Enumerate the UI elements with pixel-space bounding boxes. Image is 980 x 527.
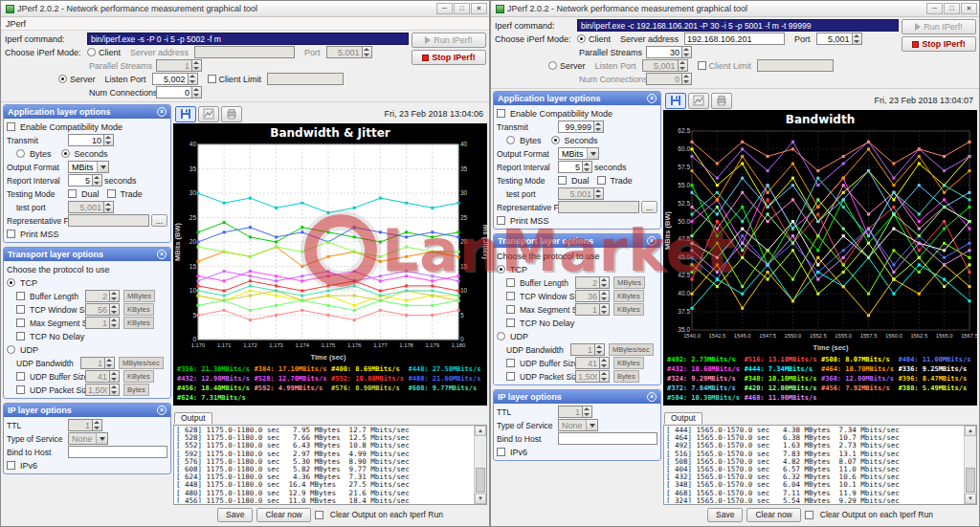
udp-buffer-spinner[interactable] <box>85 370 120 383</box>
chart-settings-button[interactable] <box>688 93 709 109</box>
test-port-spinner[interactable] <box>558 187 604 200</box>
udp-buffer-checkbox[interactable] <box>16 372 25 381</box>
browse-button[interactable]: ... <box>151 214 167 227</box>
test-port-spinner[interactable] <box>68 201 114 213</box>
parallel-streams-spinner[interactable] <box>156 59 202 72</box>
max-segment-spinner[interactable] <box>85 317 120 329</box>
port-spinner[interactable] <box>326 46 372 58</box>
udp-buffer-spinner[interactable] <box>575 357 610 369</box>
ipv6-checkbox[interactable] <box>497 448 505 456</box>
compat-mode-checkbox[interactable] <box>7 122 15 131</box>
dual-checkbox[interactable] <box>68 189 77 198</box>
print-button[interactable] <box>711 93 732 109</box>
tcp-window-spinner[interactable] <box>85 303 120 316</box>
server-radio[interactable] <box>58 75 67 83</box>
collapse-icon[interactable]: × <box>647 392 657 402</box>
scroll-thumb[interactable] <box>476 468 485 493</box>
scroll-up-icon[interactable]: ▲ <box>475 426 486 436</box>
client-limit-checkbox[interactable] <box>698 61 706 70</box>
tcp-window-spinner[interactable] <box>575 290 610 302</box>
stop-iperf-button[interactable]: Stop IPerf! <box>412 50 486 65</box>
representative-file-input[interactable] <box>68 214 149 227</box>
collapse-icon[interactable]: × <box>647 236 657 246</box>
tcp-radio[interactable] <box>7 278 15 287</box>
output-console[interactable]: [ 444] 1565.0-1570.0 sec 4.38 MBytes 7.3… <box>663 425 977 505</box>
server-address-input[interactable] <box>684 33 785 45</box>
seconds-radio[interactable] <box>551 136 560 144</box>
dual-checkbox[interactable] <box>558 176 567 185</box>
representative-file-input[interactable] <box>558 201 639 213</box>
client-limit-input[interactable] <box>267 73 344 85</box>
output-format-select[interactable]: MBits <box>558 147 599 160</box>
udp-bandwidth-spinner[interactable] <box>80 357 115 369</box>
num-connections-spinner[interactable] <box>156 86 202 99</box>
max-segment-checkbox[interactable] <box>16 318 25 327</box>
transmit-spinner[interactable] <box>558 121 604 133</box>
parallel-streams-spinner[interactable] <box>646 46 692 58</box>
udp-packet-spinner[interactable] <box>575 370 610 383</box>
clear-on-run-checkbox[interactable] <box>805 511 813 519</box>
save-image-button[interactable] <box>665 93 686 109</box>
client-limit-input[interactable] <box>757 59 834 72</box>
client-radio[interactable] <box>577 34 586 43</box>
client-limit-checkbox[interactable] <box>208 75 216 83</box>
clear-output-button[interactable]: Clear now <box>746 508 800 522</box>
collapse-icon[interactable]: × <box>647 94 657 103</box>
scrollbar[interactable]: ▲▼ <box>964 426 976 504</box>
server-address-input[interactable] <box>194 46 295 58</box>
tcp-no-delay-checkbox[interactable] <box>506 318 515 327</box>
seconds-radio[interactable] <box>61 149 70 158</box>
output-format-select[interactable]: MBits <box>68 161 109 173</box>
tcp-window-checkbox[interactable] <box>16 305 25 314</box>
listen-port-spinner[interactable] <box>642 59 688 72</box>
client-radio[interactable] <box>87 48 96 56</box>
bind-to-host-input[interactable] <box>558 432 657 445</box>
udp-radio[interactable] <box>7 345 15 354</box>
tcp-no-delay-checkbox[interactable] <box>16 332 25 340</box>
port-spinner[interactable] <box>816 33 862 45</box>
server-radio[interactable] <box>548 61 557 70</box>
buffer-length-spinner[interactable] <box>575 276 610 289</box>
scroll-down-icon[interactable]: ▼ <box>965 494 976 504</box>
buffer-length-checkbox[interactable] <box>16 292 25 300</box>
buffer-length-checkbox[interactable] <box>506 278 515 287</box>
num-connections-spinner[interactable] <box>646 73 692 85</box>
bind-to-host-input[interactable] <box>68 446 167 458</box>
udp-packet-checkbox[interactable] <box>16 385 25 394</box>
scroll-down-icon[interactable]: ▼ <box>475 494 486 504</box>
maximize-button[interactable]: □ <box>454 3 470 14</box>
udp-packet-checkbox[interactable] <box>506 372 515 381</box>
browse-button[interactable]: ... <box>641 201 657 213</box>
ttl-spinner[interactable] <box>68 419 102 431</box>
iperf-command-input[interactable] <box>577 19 899 32</box>
collapse-icon[interactable]: × <box>157 406 167 415</box>
menu-jperf[interactable]: JPerf <box>6 19 26 29</box>
minimize-button[interactable]: ─ <box>436 3 453 14</box>
udp-radio[interactable] <box>497 332 505 340</box>
save-image-button[interactable] <box>175 106 196 122</box>
udp-buffer-checkbox[interactable] <box>506 359 515 367</box>
scroll-up-icon[interactable]: ▲ <box>965 426 976 436</box>
minimize-button[interactable]: ─ <box>926 3 943 14</box>
ipv6-checkbox[interactable] <box>7 461 15 470</box>
close-button[interactable]: ✕ <box>471 3 487 14</box>
trade-checkbox[interactable] <box>107 189 116 198</box>
udp-bandwidth-spinner[interactable] <box>570 343 605 356</box>
stop-iperf-button[interactable]: Stop IPerf! <box>902 36 976 52</box>
chart-settings-button[interactable] <box>198 106 219 122</box>
type-of-service-select[interactable]: None <box>558 419 598 431</box>
save-output-button[interactable]: Save <box>217 508 253 522</box>
print-mss-checkbox[interactable] <box>7 230 15 238</box>
run-iperf-button[interactable]: Run IPerf! <box>412 33 486 48</box>
report-interval-spinner[interactable] <box>68 174 102 187</box>
type-of-service-select[interactable]: None <box>68 432 108 445</box>
report-interval-spinner[interactable] <box>558 161 592 173</box>
close-button[interactable]: ✕ <box>961 3 977 14</box>
scroll-thumb[interactable] <box>966 468 975 493</box>
ttl-spinner[interactable] <box>558 406 592 418</box>
run-iperf-button[interactable]: Run IPerf! <box>902 19 976 34</box>
save-output-button[interactable]: Save <box>707 508 743 522</box>
buffer-length-spinner[interactable] <box>85 290 120 302</box>
output-tab[interactable]: Output <box>174 412 212 424</box>
compat-mode-checkbox[interactable] <box>497 109 505 118</box>
